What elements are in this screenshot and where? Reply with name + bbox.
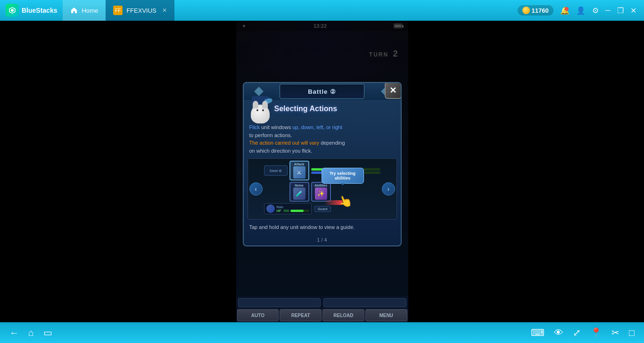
mascot-face [256, 109, 265, 116]
text-action-varies: The action carried out will vary [249, 140, 320, 146]
abilities-label: Abilities [312, 184, 330, 187]
action-btn-items[interactable]: Items 🧪 [289, 182, 309, 202]
auto-label: AUTO [251, 313, 264, 318]
phone-screen: ▼ 13:22 TURN 2 Battle ② [236, 21, 408, 322]
game-input-box-right [323, 298, 406, 307]
footer-text: Tap and hold any unit window to view a g… [249, 224, 355, 230]
bluestacks-icon [6, 4, 19, 17]
screenshot-icon[interactable]: □ [629, 327, 635, 338]
mascot-eye-left [256, 109, 258, 111]
text-flick: Flick [249, 124, 260, 130]
attack-label: Attack [290, 163, 308, 166]
tab-home-label: Home [82, 7, 98, 14]
unit-info: Rain HP 559 [277, 205, 309, 212]
unit-avatar [266, 204, 275, 213]
tab-home[interactable]: Home [63, 0, 106, 21]
recent-apps-button[interactable]: ▭ [43, 327, 52, 338]
items-label: Items [290, 184, 308, 187]
reload-button[interactable]: RELOAD [322, 309, 364, 321]
back-button[interactable]: ← [9, 327, 19, 338]
tab-game-label: FFEXVIUS [126, 7, 157, 14]
minimize-icon[interactable]: ─ [605, 6, 611, 15]
preview-content: Steel B Attack ⚔ [264, 161, 380, 217]
tooltip-box: Try selecting abilities [322, 168, 364, 184]
mascot-ear-right [262, 101, 268, 108]
unit-bottom-display: Rain HP 559 [264, 203, 312, 214]
dialog-title: Battle ② [308, 88, 336, 95]
topbar-right: 11760 🔔 👤 ⚙ ─ ❐ ✕ [518, 5, 644, 16]
game-input-box-left [238, 298, 321, 307]
menu-label: MENU [379, 313, 393, 318]
dialog-close-button[interactable]: ✕ [385, 82, 402, 99]
coins-display: 11760 [518, 5, 553, 16]
unit2-hp-bar-vis [290, 210, 309, 212]
action-btn-abilities[interactable]: Abilities ✨ [311, 182, 331, 202]
unit-row-middle: Items 🧪 Abilities ✨ [264, 182, 380, 202]
mascot-body [251, 105, 270, 123]
game-preview-area: ‹ › Steel B Attack ⚔ [248, 158, 397, 220]
close-window-icon[interactable]: ✕ [630, 6, 636, 15]
expand-icon[interactable]: ⤢ [573, 327, 581, 338]
dialog-section-title: Selecting Actions [274, 105, 395, 113]
pagination-text: 1 / 4 [317, 237, 327, 243]
cut-icon[interactable]: ✂ [611, 327, 619, 338]
coins-amount: 11760 [532, 7, 549, 14]
coin-icon [522, 7, 530, 14]
items-icon: 🧪 [293, 188, 305, 200]
eye-icon[interactable]: 👁 [554, 327, 563, 338]
settings-icon[interactable]: ⚙ [592, 6, 599, 15]
topbar: BlueStacks Home FF FFEXVIUS ✕ 11760 🔔 👤 … [0, 0, 644, 21]
text-directions: up, down, left, or right [292, 124, 342, 130]
dialog-header-bg: Battle ② [280, 84, 364, 99]
dialog-footer-text: Tap and hold any unit window to view a g… [244, 223, 401, 235]
restore-icon[interactable]: ❐ [617, 6, 624, 15]
location-icon[interactable]: 📍 [590, 327, 602, 338]
mascot-character [248, 96, 272, 122]
attack-icon: ⚔ [293, 166, 305, 179]
tab-game[interactable]: FF FFEXVIUS ✕ [106, 0, 174, 21]
dialog-pagination: 1 / 4 [244, 235, 401, 245]
game-action-row: AUTO REPEAT RELOAD MENU [236, 308, 408, 322]
tooltip-text: Try selecting abilities [330, 171, 355, 180]
unit-row-bottom: Rain HP 559 [264, 203, 380, 214]
keyboard-icon[interactable]: ⌨ [531, 327, 545, 338]
game-bottom-bar: AUTO REPEAT RELOAD MENU [236, 296, 408, 322]
unit2-hp-value: 559 [283, 209, 289, 212]
dialog-body-text: Flick unit windows up, down, left, or ri… [244, 123, 401, 158]
bluestacks-logo: BlueStacks [0, 4, 63, 17]
notification-dot [565, 7, 569, 11]
bottom-nav-icons: ← ⌂ ▭ [9, 327, 52, 338]
mascot-ear-left [253, 101, 258, 108]
nav-arrow-left[interactable]: ‹ [249, 182, 263, 196]
game-tab-icon: FF [113, 6, 123, 15]
bottombar: ← ⌂ ▭ ⌨ 👁 ⤢ 📍 ✂ □ [0, 322, 644, 343]
text-direction: on which direction you flick. [249, 148, 313, 154]
guard-button[interactable]: Guard [314, 206, 331, 212]
home-icon [70, 7, 78, 14]
reload-label: RELOAD [333, 313, 353, 318]
profile-icon[interactable]: 👤 [576, 6, 586, 15]
bottom-tool-icons: ⌨ 👁 ⤢ 📍 ✂ □ [531, 327, 635, 338]
svg-marker-1 [11, 9, 14, 12]
notification-icon[interactable]: 🔔 [560, 6, 570, 15]
nav-arrow-right[interactable]: › [382, 182, 395, 196]
bluestacks-name: BlueStacks [22, 7, 57, 14]
mascot-eye-right [262, 109, 264, 111]
action-btn-attack[interactable]: Attack ⚔ [289, 161, 309, 180]
repeat-label: REPEAT [291, 313, 310, 318]
repeat-button[interactable]: REPEAT [280, 309, 322, 321]
game-area: ▼ 13:22 TURN 2 Battle ② [0, 21, 644, 322]
abilities-icon: ✨ [315, 188, 327, 200]
unit-name-tag: Steel B [264, 165, 288, 176]
unit2-hp-fill [290, 210, 304, 212]
unit2-name: Rain [277, 205, 309, 209]
diamond-decoration-left [254, 87, 264, 96]
home-button[interactable]: ⌂ [28, 327, 34, 338]
close-x-label: ✕ [389, 85, 396, 96]
auto-button[interactable]: AUTO [237, 309, 279, 321]
text-perform: to perform actions. [249, 132, 292, 138]
unit2-hp-bar: HP 559 [277, 209, 309, 212]
game-input-row [236, 296, 408, 308]
menu-button[interactable]: MENU [365, 309, 407, 321]
tab-close-icon[interactable]: ✕ [162, 7, 167, 14]
